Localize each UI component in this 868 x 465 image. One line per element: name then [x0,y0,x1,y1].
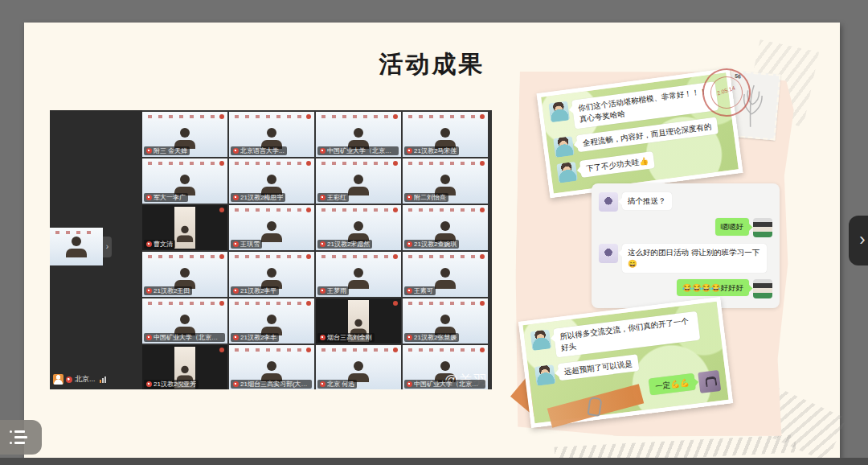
chat-message: 这么好的团日活动 得让别的班学习一下😄 [599,244,772,273]
mic-muted-icon [480,114,485,119]
participant-tile: 21汉教2张慧媛 [403,298,488,344]
participant-tile: 曹文清 [142,205,227,250]
presentation-slide: 活动成果 56 2.05.14 › 北京... 附三 金天婵 北 [24,23,840,459]
participant-tile: 21汉教2倪亚芳 [142,345,227,389]
participant-silhouette [173,315,197,335]
participant-tile: 北京 何迅 [316,345,401,389]
name-chip: 烟台三高刘全刚 [317,333,375,342]
participant-tile: 王琪雪 [229,205,314,250]
signal-bars-icon [100,377,106,383]
name-chip: 王彩红 [317,193,349,202]
participant-tile: 附三 金天婵 [142,112,227,157]
name-chip: 21汉教2倪亚芳 [144,380,199,389]
avatar [599,192,618,212]
expand-sidebar-handle[interactable]: › [103,237,112,257]
school-logo-icon [233,381,239,387]
mic-muted-icon [480,348,485,352]
school-logo-icon [146,288,152,294]
school-logo-icon [320,148,326,154]
participant-name: 北京语言大学... [240,147,285,154]
participant-name: 中国矿业大学（北京）覃... [327,147,396,154]
participant-name: 曹文清 [154,241,173,248]
participant-tile: 21汉教2王田 [142,252,227,297]
participant-name: 21汉教2李丰 [240,334,276,341]
participant-silhouette [173,175,197,195]
participant-silhouette [433,221,457,241]
participant-name: 21汉教2李平 [240,287,276,294]
meeting-screenshot: › 北京... 附三 金天婵 北京语言大学... 中国矿业大学（北京）覃... … [50,110,492,389]
participant-name: 附二刘怡熹 [414,194,446,201]
participant-silhouette [64,237,88,257]
meeting-sidebar: › 北京... [50,110,142,389]
participant-tile: 21汉教2马宋莲 [403,112,488,157]
sidebar-bottom-bar: 北京... [53,374,106,385]
participant-name: 王梦雨 [327,287,346,294]
name-chip: 21烟台三高实习部(大北... [231,380,312,389]
participant-name: 21汉教2查婉琪 [414,241,457,248]
participant-name: 21汉教2宋愿然 [327,241,370,248]
mic-muted-icon [393,208,398,212]
participant-name: 王素可 [414,287,433,294]
mic-muted-icon [306,301,311,306]
school-logo-icon [66,377,72,383]
school-logo-icon [320,195,326,200]
school-logo-icon [320,241,326,247]
participant-name: 中国矿业大学（北京）卢... [154,334,223,341]
school-logo-icon [407,241,412,247]
message-bubble: 嗯嗯好 [715,218,750,236]
next-slide-button[interactable]: › [849,216,868,265]
school-logo-icon [407,288,412,294]
name-chip: 中国矿业大学（北京）覃... [317,146,399,155]
participant-name: 烟台三高刘全刚 [327,334,372,341]
participant-name: 王琪雪 [240,241,260,248]
participant-video [174,207,195,249]
video-grid: 附三 金天婵 北京语言大学... 中国矿业大学（北京）覃... 21汉教2马宋莲… [142,112,492,389]
participant-silhouette [346,361,371,381]
participant-name: 21汉教2马宋莲 [414,147,457,154]
mic-muted-icon [393,114,398,119]
avatar [548,101,570,122]
name-chip: 21汉教2张慧媛 [404,333,459,342]
participant-silhouette [260,361,284,381]
message-bubble: 搞个推送？ [622,192,672,210]
school-logo-icon [407,335,412,340]
message-bubble: 这么好的团日活动 得让别的班学习一下😄 [622,244,767,273]
avatar [753,218,772,237]
school-logo-icon [233,335,239,340]
participant-tile: 中国矿业大学（北京）覃... [316,112,401,157]
name-chip: 王琪雪 [231,240,262,249]
participant-silhouette [260,315,284,335]
message-bubble: 一定💪💪 [649,372,696,396]
name-chip: 21汉教2王田 [144,286,192,295]
participant-silhouette [433,315,457,335]
avatar [753,279,772,298]
name-chip: 北京 何迅 [317,380,357,389]
school-logo-icon [320,288,326,294]
school-logo-icon [146,195,152,200]
mic-muted-icon [393,301,398,306]
slide-panel-button[interactable] [0,420,42,455]
participant-tile: 21汉教2查婉琪 [403,205,488,250]
name-chip: 21汉教2李丰 [231,333,279,342]
participant-tile: 21烟台三高实习部(大北... [229,345,314,389]
mic-muted-icon [219,161,224,166]
mic-muted-icon [393,254,398,259]
participant-name: 21汉教2王田 [154,287,190,294]
name-chip: 附二刘怡熹 [404,193,448,202]
name-chip: 中国矿业大学（北京）王媛 [404,380,485,389]
school-logo-icon [407,195,412,200]
mic-muted-icon [219,254,224,259]
participant-name: 21汉教2倪亚芳 [154,381,196,388]
participant-tile: 王梦雨 [316,252,401,297]
participant-silhouette [173,128,197,148]
participant-silhouette [260,221,284,241]
mic-muted-icon [306,161,311,166]
avatar [530,329,551,351]
school-logo-icon [146,241,152,247]
participant-name: 21汉教2梅思宇 [240,194,283,201]
participant-silhouette [346,268,371,288]
mic-muted-icon [306,208,311,212]
school-logo-icon [233,148,239,154]
participant-name: 21烟台三高实习部(大北... [240,381,309,388]
participant-silhouette [173,268,197,288]
